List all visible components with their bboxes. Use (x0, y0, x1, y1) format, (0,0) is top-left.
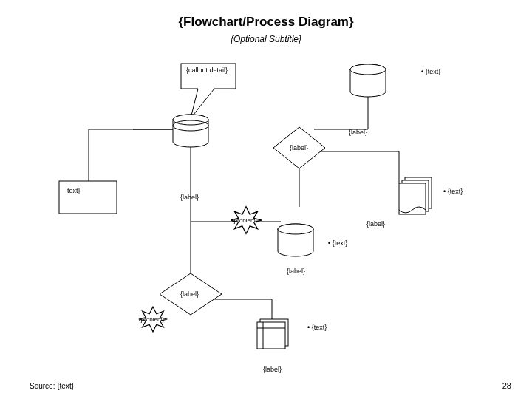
flow-label: {label} (366, 220, 385, 228)
problem-text: {problem} (139, 316, 164, 323)
svg-rect-22 (257, 322, 285, 349)
process-box (59, 181, 117, 214)
cylinder-icon (350, 64, 386, 97)
document-stack-icon (399, 177, 432, 214)
flow-label: {label} (263, 366, 282, 373)
flow-label: {label} (287, 267, 305, 275)
bullet-text: {text} (328, 239, 347, 247)
problem-text: {problem} (232, 217, 257, 224)
diamond-label: {label} (180, 290, 199, 298)
diamond-label: {label} (290, 144, 308, 151)
flowchart-canvas (0, 0, 532, 399)
db-label: {label} (349, 129, 367, 136)
box-label: {text} (65, 187, 81, 194)
card-icon (257, 319, 288, 349)
flow-label: {label} (180, 194, 199, 201)
bullet-text: {text} (421, 68, 440, 75)
callout-text: {callout detail} (186, 66, 232, 74)
bullet-text: {text} (307, 324, 327, 331)
cylinder-icon (278, 224, 313, 256)
bullet-text: {text} (443, 188, 463, 195)
